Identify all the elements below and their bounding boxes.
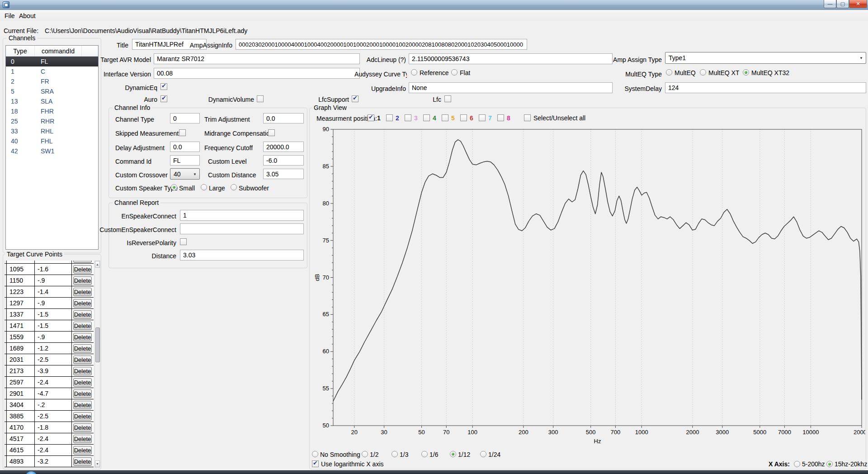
delete-button[interactable]: Delete — [73, 265, 92, 274]
delete-button[interactable]: Delete — [73, 310, 92, 319]
measurement-1-checkbox[interactable] — [368, 114, 374, 121]
menu-file[interactable]: File — [2, 11, 18, 20]
curve-frequency-cell[interactable]: 2901 — [7, 388, 35, 399]
interface-version-input[interactable]: 00.08 — [154, 68, 360, 79]
delete-button[interactable]: Delete — [73, 457, 92, 466]
channel-row[interactable]: 13SLA — [6, 96, 98, 106]
curve-frequency-cell[interactable]: 2597 — [7, 377, 35, 388]
title-bar[interactable]: — ▢ ✕ — [0, 0, 868, 10]
curve-gain-cell[interactable]: -1.8 — [35, 422, 72, 433]
multeq-xt32-radio[interactable] — [743, 69, 749, 76]
channel-row[interactable]: 2FR — [6, 76, 98, 86]
adc-lineup-input[interactable]: 2.115000009536743 — [409, 53, 613, 64]
channel-row[interactable]: 18FHR — [6, 106, 98, 116]
delete-button[interactable]: Delete — [73, 333, 92, 341]
curve-frequency-cell[interactable]: 1095 — [7, 264, 35, 275]
speaker-large-radio[interactable] — [201, 184, 207, 190]
measurement-8-checkbox[interactable] — [497, 114, 504, 121]
curve-gain-cell[interactable]: -1.5 — [35, 309, 72, 320]
delete-button[interactable]: Delete — [73, 423, 92, 432]
command-id-input[interactable]: FL — [170, 155, 200, 166]
curve-gain-cell[interactable]: -3.9 — [35, 365, 72, 377]
skipped-measurement-checkbox[interactable] — [179, 129, 186, 136]
start-button[interactable] — [25, 471, 37, 474]
smoothing-none-radio[interactable] — [312, 451, 318, 457]
curve-gain-cell[interactable]: -2.4 — [35, 377, 72, 388]
amp-assign-type-select[interactable]: Type1 ▼ — [665, 52, 866, 64]
speaker-small-radio[interactable] — [171, 184, 177, 190]
delete-button[interactable] — [73, 261, 92, 263]
multeq-radio[interactable] — [666, 69, 672, 76]
taskbar[interactable] — [0, 470, 868, 474]
trim-adjustment-input[interactable]: 0.0 — [263, 113, 304, 123]
delete-button[interactable]: Delete — [73, 288, 92, 296]
curve-frequency-cell[interactable]: 1150 — [7, 275, 35, 286]
channel-row[interactable]: 5SRA — [6, 86, 98, 96]
system-delay-input[interactable]: 124 — [665, 82, 866, 93]
speaker-subwoofer-radio[interactable] — [231, 184, 237, 190]
isreversepolarity-checkbox[interactable] — [180, 238, 187, 245]
curve-gain-cell[interactable]: -2.4 — [35, 433, 72, 445]
delete-button[interactable]: Delete — [73, 389, 92, 398]
measurement-6-checkbox[interactable] — [460, 114, 467, 121]
curve-gain-cell[interactable]: -1.6 — [35, 264, 72, 275]
delete-button[interactable]: Delete — [73, 367, 92, 375]
audyssey-flat-radio[interactable] — [451, 69, 458, 76]
curve-gain-cell[interactable]: -2.5 — [35, 354, 72, 365]
audyssey-reference-radio[interactable] — [411, 69, 417, 76]
curve-frequency-cell[interactable]: 1689 — [7, 343, 35, 354]
curve-frequency-cell[interactable]: 3885 — [7, 411, 35, 422]
menu-about[interactable]: About — [16, 11, 38, 20]
curve-frequency-cell[interactable]: 1471 — [7, 320, 35, 332]
channel-row[interactable]: 33RHL — [6, 126, 98, 136]
channel-row[interactable]: 42SW1 — [6, 146, 98, 156]
xaxis-15hz-20khz-radio[interactable] — [826, 461, 833, 467]
curve-frequency-cell[interactable]: 4615 — [7, 445, 35, 456]
curve-frequency-cell[interactable]: 2031 — [7, 354, 35, 365]
smoothing-1-6-radio[interactable] — [421, 451, 428, 457]
amp-assign-info-input[interactable]: 0002030200010000400010004002000010010002… — [236, 39, 527, 50]
curve-gain-cell[interactable]: -2.5 — [35, 411, 72, 422]
lfc-checkbox[interactable] — [444, 95, 451, 102]
curve-frequency-cell[interactable]: 1559 — [7, 332, 35, 343]
smoothing-1-12-radio[interactable] — [450, 451, 456, 457]
dynamic-volume-checkbox[interactable] — [257, 95, 264, 102]
curve-gain-cell[interactable]: -1.2 — [35, 343, 72, 354]
lfc-support-checkbox[interactable] — [352, 95, 359, 102]
delete-button[interactable]: Delete — [73, 412, 92, 421]
target-avr-input[interactable]: Marantz SR7012 — [154, 53, 360, 64]
measurement-3-checkbox[interactable] — [405, 114, 411, 121]
curve-gain-cell[interactable]: -.9 — [35, 298, 72, 309]
curve-frequency-cell[interactable]: 1223 — [7, 286, 35, 298]
curve-gain-cell[interactable]: -.9 — [35, 275, 72, 286]
maximize-button[interactable]: ▢ — [836, 0, 849, 8]
curve-frequency-cell[interactable]: 4170 — [7, 422, 35, 433]
frequency-cutoff-input[interactable]: 20000.0 — [263, 142, 304, 152]
delete-button[interactable]: Delete — [73, 322, 92, 330]
delete-button[interactable]: Delete — [73, 435, 92, 443]
xaxis-5-200hz-radio[interactable] — [794, 461, 800, 467]
curve-frequency-cell[interactable]: 2173 — [7, 365, 35, 377]
smoothing-1-24-radio[interactable] — [480, 451, 486, 457]
curve-frequency-cell[interactable]: 1297 — [7, 298, 35, 309]
measurement-4-checkbox[interactable] — [423, 114, 430, 121]
scroll-down-icon[interactable]: ▼ — [95, 460, 100, 467]
custom-level-input[interactable]: -6.0 — [263, 155, 304, 166]
curve-frequency-cell[interactable]: 4893 — [7, 456, 35, 467]
custom-crossover-select[interactable]: 40 ▼ — [170, 168, 200, 180]
channel-type-input[interactable]: 0 — [170, 113, 200, 123]
measurement-5-checkbox[interactable] — [442, 114, 448, 121]
delete-button[interactable]: Delete — [73, 344, 92, 353]
channel-row[interactable]: 25RHR — [6, 116, 98, 126]
curve-frequency-cell[interactable]: 4517 — [7, 433, 35, 445]
custom-distance-input[interactable]: 3.05 — [263, 169, 304, 179]
enspeakerconnect-input[interactable]: 1 — [180, 210, 304, 221]
curve-gain-cell[interactable]: -2.4 — [35, 445, 72, 456]
auro-checkbox[interactable] — [160, 95, 167, 102]
curve-gain-cell[interactable]: -.9 — [35, 332, 72, 343]
channels-col-type[interactable]: Type — [6, 46, 35, 56]
delete-button[interactable]: Delete — [73, 378, 92, 387]
minimize-button[interactable]: — — [824, 0, 836, 8]
upgrade-info-input[interactable]: None — [409, 82, 613, 93]
close-button[interactable]: ✕ — [849, 0, 867, 8]
